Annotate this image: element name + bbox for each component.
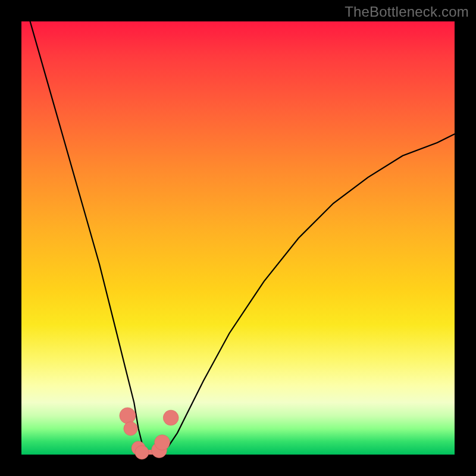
watermark-text: TheBottleneck.com xyxy=(345,4,469,20)
data-marker xyxy=(155,435,170,450)
data-marker xyxy=(124,422,137,436)
data-marker xyxy=(163,410,178,425)
plot-area xyxy=(21,21,455,455)
chart-frame: TheBottleneck.com xyxy=(0,0,476,476)
data-marker xyxy=(120,408,136,424)
bottleneck-curve xyxy=(30,21,455,455)
data-marker xyxy=(135,446,149,459)
curve-svg xyxy=(21,21,455,455)
